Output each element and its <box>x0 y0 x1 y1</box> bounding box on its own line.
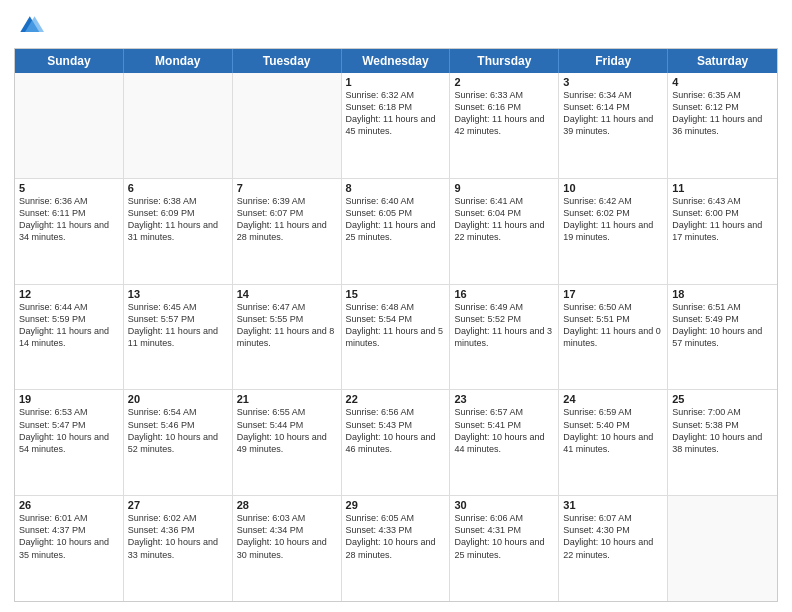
day-number: 10 <box>563 182 663 194</box>
day-number: 29 <box>346 499 446 511</box>
cal-cell-empty <box>15 73 124 178</box>
cell-info: Sunrise: 6:50 AM Sunset: 5:51 PM Dayligh… <box>563 301 663 350</box>
cal-cell-day-23: 23Sunrise: 6:57 AM Sunset: 5:41 PM Dayli… <box>450 390 559 495</box>
day-number: 26 <box>19 499 119 511</box>
day-number: 31 <box>563 499 663 511</box>
cal-cell-empty <box>233 73 342 178</box>
cal-cell-day-31: 31Sunrise: 6:07 AM Sunset: 4:30 PM Dayli… <box>559 496 668 601</box>
cal-cell-day-25: 25Sunrise: 7:00 AM Sunset: 5:38 PM Dayli… <box>668 390 777 495</box>
cell-info: Sunrise: 6:03 AM Sunset: 4:34 PM Dayligh… <box>237 512 337 561</box>
day-number: 5 <box>19 182 119 194</box>
cal-cell-day-9: 9Sunrise: 6:41 AM Sunset: 6:04 PM Daylig… <box>450 179 559 284</box>
cell-info: Sunrise: 6:47 AM Sunset: 5:55 PM Dayligh… <box>237 301 337 350</box>
cal-cell-day-6: 6Sunrise: 6:38 AM Sunset: 6:09 PM Daylig… <box>124 179 233 284</box>
day-number: 28 <box>237 499 337 511</box>
cal-row-2: 12Sunrise: 6:44 AM Sunset: 5:59 PM Dayli… <box>15 285 777 391</box>
cal-cell-day-15: 15Sunrise: 6:48 AM Sunset: 5:54 PM Dayli… <box>342 285 451 390</box>
cal-cell-day-11: 11Sunrise: 6:43 AM Sunset: 6:00 PM Dayli… <box>668 179 777 284</box>
cal-cell-day-24: 24Sunrise: 6:59 AM Sunset: 5:40 PM Dayli… <box>559 390 668 495</box>
cal-cell-day-12: 12Sunrise: 6:44 AM Sunset: 5:59 PM Dayli… <box>15 285 124 390</box>
day-number: 9 <box>454 182 554 194</box>
cell-info: Sunrise: 6:53 AM Sunset: 5:47 PM Dayligh… <box>19 406 119 455</box>
cell-info: Sunrise: 6:34 AM Sunset: 6:14 PM Dayligh… <box>563 89 663 138</box>
day-number: 20 <box>128 393 228 405</box>
day-of-week-sunday: Sunday <box>15 49 124 73</box>
day-number: 6 <box>128 182 228 194</box>
cal-row-3: 19Sunrise: 6:53 AM Sunset: 5:47 PM Dayli… <box>15 390 777 496</box>
cell-info: Sunrise: 6:55 AM Sunset: 5:44 PM Dayligh… <box>237 406 337 455</box>
cal-cell-day-14: 14Sunrise: 6:47 AM Sunset: 5:55 PM Dayli… <box>233 285 342 390</box>
cal-cell-day-2: 2Sunrise: 6:33 AM Sunset: 6:16 PM Daylig… <box>450 73 559 178</box>
day-number: 13 <box>128 288 228 300</box>
cal-row-0: 1Sunrise: 6:32 AM Sunset: 6:18 PM Daylig… <box>15 73 777 179</box>
cal-cell-day-17: 17Sunrise: 6:50 AM Sunset: 5:51 PM Dayli… <box>559 285 668 390</box>
cell-info: Sunrise: 6:39 AM Sunset: 6:07 PM Dayligh… <box>237 195 337 244</box>
day-number: 8 <box>346 182 446 194</box>
day-number: 22 <box>346 393 446 405</box>
day-number: 19 <box>19 393 119 405</box>
cell-info: Sunrise: 6:06 AM Sunset: 4:31 PM Dayligh… <box>454 512 554 561</box>
cal-cell-day-27: 27Sunrise: 6:02 AM Sunset: 4:36 PM Dayli… <box>124 496 233 601</box>
cell-info: Sunrise: 6:01 AM Sunset: 4:37 PM Dayligh… <box>19 512 119 561</box>
day-number: 7 <box>237 182 337 194</box>
cal-cell-day-8: 8Sunrise: 6:40 AM Sunset: 6:05 PM Daylig… <box>342 179 451 284</box>
cell-info: Sunrise: 6:59 AM Sunset: 5:40 PM Dayligh… <box>563 406 663 455</box>
cell-info: Sunrise: 6:44 AM Sunset: 5:59 PM Dayligh… <box>19 301 119 350</box>
cell-info: Sunrise: 6:33 AM Sunset: 6:16 PM Dayligh… <box>454 89 554 138</box>
day-of-week-monday: Monday <box>124 49 233 73</box>
cal-cell-day-21: 21Sunrise: 6:55 AM Sunset: 5:44 PM Dayli… <box>233 390 342 495</box>
day-number: 30 <box>454 499 554 511</box>
cell-info: Sunrise: 6:56 AM Sunset: 5:43 PM Dayligh… <box>346 406 446 455</box>
day-number: 15 <box>346 288 446 300</box>
cell-info: Sunrise: 6:45 AM Sunset: 5:57 PM Dayligh… <box>128 301 228 350</box>
day-number: 17 <box>563 288 663 300</box>
day-of-week-tuesday: Tuesday <box>233 49 342 73</box>
cell-info: Sunrise: 6:48 AM Sunset: 5:54 PM Dayligh… <box>346 301 446 350</box>
cell-info: Sunrise: 6:41 AM Sunset: 6:04 PM Dayligh… <box>454 195 554 244</box>
cell-info: Sunrise: 7:00 AM Sunset: 5:38 PM Dayligh… <box>672 406 773 455</box>
cell-info: Sunrise: 6:32 AM Sunset: 6:18 PM Dayligh… <box>346 89 446 138</box>
day-number: 12 <box>19 288 119 300</box>
cell-info: Sunrise: 6:07 AM Sunset: 4:30 PM Dayligh… <box>563 512 663 561</box>
header <box>14 10 778 40</box>
cal-cell-day-26: 26Sunrise: 6:01 AM Sunset: 4:37 PM Dayli… <box>15 496 124 601</box>
cell-info: Sunrise: 6:49 AM Sunset: 5:52 PM Dayligh… <box>454 301 554 350</box>
day-number: 16 <box>454 288 554 300</box>
cell-info: Sunrise: 6:42 AM Sunset: 6:02 PM Dayligh… <box>563 195 663 244</box>
day-of-week-wednesday: Wednesday <box>342 49 451 73</box>
day-number: 23 <box>454 393 554 405</box>
calendar-header: SundayMondayTuesdayWednesdayThursdayFrid… <box>15 49 777 73</box>
cal-cell-day-18: 18Sunrise: 6:51 AM Sunset: 5:49 PM Dayli… <box>668 285 777 390</box>
cal-cell-day-20: 20Sunrise: 6:54 AM Sunset: 5:46 PM Dayli… <box>124 390 233 495</box>
day-number: 14 <box>237 288 337 300</box>
cal-row-4: 26Sunrise: 6:01 AM Sunset: 4:37 PM Dayli… <box>15 496 777 601</box>
cal-cell-empty <box>668 496 777 601</box>
day-number: 11 <box>672 182 773 194</box>
page: SundayMondayTuesdayWednesdayThursdayFrid… <box>0 0 792 612</box>
day-number: 2 <box>454 76 554 88</box>
cal-cell-day-5: 5Sunrise: 6:36 AM Sunset: 6:11 PM Daylig… <box>15 179 124 284</box>
calendar-body: 1Sunrise: 6:32 AM Sunset: 6:18 PM Daylig… <box>15 73 777 601</box>
logo-icon <box>14 10 44 40</box>
cell-info: Sunrise: 6:43 AM Sunset: 6:00 PM Dayligh… <box>672 195 773 244</box>
day-number: 3 <box>563 76 663 88</box>
cal-cell-day-13: 13Sunrise: 6:45 AM Sunset: 5:57 PM Dayli… <box>124 285 233 390</box>
cell-info: Sunrise: 6:36 AM Sunset: 6:11 PM Dayligh… <box>19 195 119 244</box>
day-of-week-thursday: Thursday <box>450 49 559 73</box>
cal-cell-day-10: 10Sunrise: 6:42 AM Sunset: 6:02 PM Dayli… <box>559 179 668 284</box>
day-of-week-saturday: Saturday <box>668 49 777 73</box>
cal-row-1: 5Sunrise: 6:36 AM Sunset: 6:11 PM Daylig… <box>15 179 777 285</box>
cell-info: Sunrise: 6:54 AM Sunset: 5:46 PM Dayligh… <box>128 406 228 455</box>
cal-cell-day-29: 29Sunrise: 6:05 AM Sunset: 4:33 PM Dayli… <box>342 496 451 601</box>
cal-cell-day-19: 19Sunrise: 6:53 AM Sunset: 5:47 PM Dayli… <box>15 390 124 495</box>
cal-cell-day-16: 16Sunrise: 6:49 AM Sunset: 5:52 PM Dayli… <box>450 285 559 390</box>
day-number: 27 <box>128 499 228 511</box>
cal-cell-day-3: 3Sunrise: 6:34 AM Sunset: 6:14 PM Daylig… <box>559 73 668 178</box>
day-number: 18 <box>672 288 773 300</box>
cal-cell-day-7: 7Sunrise: 6:39 AM Sunset: 6:07 PM Daylig… <box>233 179 342 284</box>
day-number: 21 <box>237 393 337 405</box>
day-of-week-friday: Friday <box>559 49 668 73</box>
cal-cell-day-22: 22Sunrise: 6:56 AM Sunset: 5:43 PM Dayli… <box>342 390 451 495</box>
calendar: SundayMondayTuesdayWednesdayThursdayFrid… <box>14 48 778 602</box>
cell-info: Sunrise: 6:51 AM Sunset: 5:49 PM Dayligh… <box>672 301 773 350</box>
